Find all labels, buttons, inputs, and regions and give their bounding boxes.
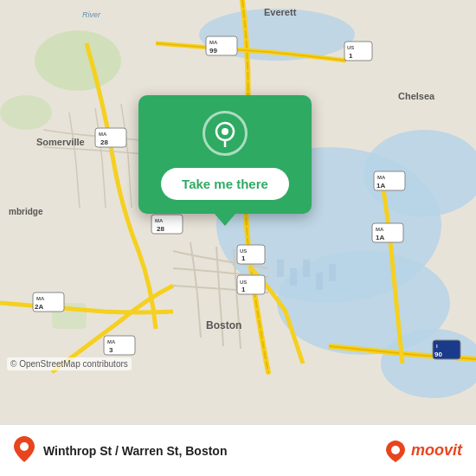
- svg-rect-10: [329, 264, 336, 281]
- svg-text:MA: MA: [377, 175, 386, 180]
- svg-rect-6: [277, 260, 284, 277]
- svg-text:US: US: [240, 248, 247, 254]
- bottom-location-icon: [14, 436, 35, 466]
- svg-text:2A: 2A: [35, 303, 43, 311]
- svg-point-12: [0, 95, 52, 130]
- svg-text:1A: 1A: [376, 182, 385, 190]
- popup-card: Take me there: [138, 95, 312, 214]
- svg-text:Boston: Boston: [206, 319, 241, 331]
- svg-text:90: 90: [434, 351, 442, 358]
- svg-point-54: [222, 128, 228, 135]
- svg-text:MA: MA: [376, 227, 384, 232]
- svg-point-55: [20, 442, 29, 451]
- svg-text:99: 99: [209, 47, 217, 55]
- moovit-pin-icon: [383, 439, 408, 463]
- bottom-text: Winthrop St / Warren St, Boston: [43, 444, 383, 458]
- map-attribution: © OpenStreetMap contributors: [7, 357, 132, 370]
- svg-text:3: 3: [109, 346, 113, 354]
- svg-text:Chelsea: Chelsea: [398, 91, 435, 101]
- svg-text:mbridge: mbridge: [9, 207, 43, 216]
- svg-rect-9: [316, 273, 323, 290]
- svg-point-11: [35, 30, 121, 91]
- take-me-there-button[interactable]: Take me there: [161, 168, 289, 200]
- svg-text:1A: 1A: [376, 234, 384, 241]
- svg-text:1: 1: [349, 52, 353, 60]
- svg-text:Somerville: Somerville: [36, 137, 85, 147]
- svg-text:28: 28: [157, 225, 164, 233]
- svg-text:MA: MA: [99, 132, 107, 137]
- map-container[interactable]: US 1 MA 99 MA 28 MA 28 MA 1A MA 1A US 1 …: [0, 0, 476, 424]
- svg-text:1: 1: [241, 254, 246, 262]
- location-name: Winthrop St / Warren St, Boston: [43, 444, 383, 458]
- svg-text:River: River: [82, 10, 101, 19]
- svg-text:US: US: [240, 280, 247, 285]
- svg-text:Everett: Everett: [264, 7, 297, 17]
- location-icon-wrap: [203, 111, 248, 156]
- svg-text:MA: MA: [155, 218, 164, 223]
- svg-rect-8: [303, 260, 310, 277]
- svg-text:US: US: [347, 45, 354, 50]
- moovit-text: moovit: [411, 441, 462, 460]
- moovit-logo: moovit: [383, 439, 462, 463]
- svg-text:28: 28: [100, 138, 108, 146]
- svg-text:MA: MA: [209, 40, 218, 45]
- svg-text:1: 1: [241, 286, 246, 293]
- svg-text:MA: MA: [36, 296, 45, 301]
- svg-text:MA: MA: [107, 339, 116, 344]
- svg-rect-7: [290, 268, 297, 286]
- svg-point-56: [391, 446, 400, 454]
- location-pin-icon: [211, 119, 239, 147]
- bottom-bar: Winthrop St / Warren St, Boston moovit: [0, 424, 476, 476]
